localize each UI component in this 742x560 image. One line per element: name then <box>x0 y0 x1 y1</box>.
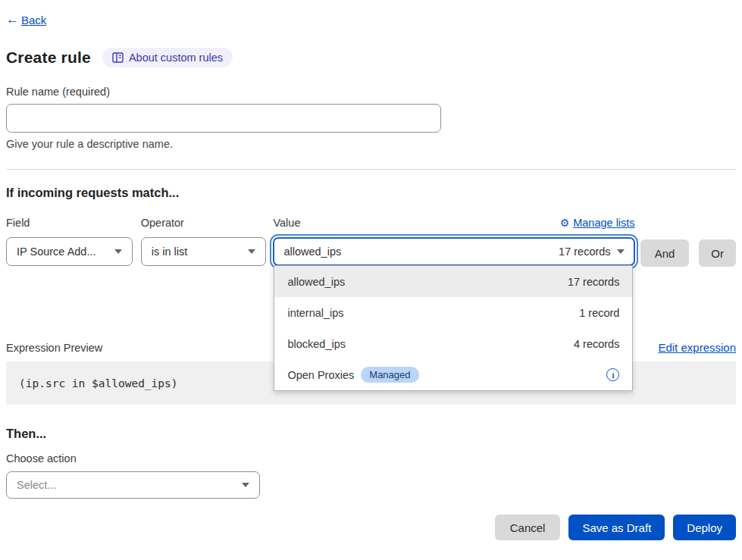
info-icon[interactable]: i <box>606 368 619 381</box>
list-name: allowed_ips <box>287 276 345 288</box>
value-select-records: 17 records <box>559 246 611 258</box>
gear-icon: ⚙ <box>560 217 570 229</box>
list-records: 4 records <box>574 338 619 350</box>
operator-select[interactable]: is in list <box>141 237 267 266</box>
value-select[interactable]: allowed_ips 17 records <box>273 237 634 266</box>
operator-column: Operator is in list <box>141 216 267 266</box>
manage-lists-link[interactable]: ⚙ Manage lists <box>560 217 635 229</box>
condition-row: Field IP Source Add... Operator is in li… <box>6 216 736 267</box>
section-divider <box>6 169 736 170</box>
about-custom-rules-link[interactable]: About custom rules <box>102 48 233 67</box>
value-dropdown-panel: allowed_ips 17 records internal_ips 1 re… <box>274 265 633 391</box>
title-row: Create rule About custom rules <box>6 48 736 67</box>
operator-select-value: is in list <box>152 246 188 258</box>
deploy-button[interactable]: Deploy <box>673 515 736 540</box>
dropdown-item-blocked-ips[interactable]: blocked_ips 4 records <box>274 328 632 359</box>
and-button[interactable]: And <box>640 239 690 267</box>
list-records: 17 records <box>568 276 620 288</box>
operator-label: Operator <box>141 217 184 229</box>
page-title: Create rule <box>6 48 91 67</box>
edit-expression-link[interactable]: Edit expression <box>658 341 736 354</box>
about-custom-rules-label: About custom rules <box>129 52 223 64</box>
dropdown-item-internal-ips[interactable]: internal_ips 1 record <box>274 297 632 328</box>
create-rule-page: ← Back Create rule About custom rules Ru… <box>0 0 742 540</box>
dropdown-item-allowed-ips[interactable]: allowed_ips 17 records <box>274 266 632 297</box>
chevron-down-icon <box>248 249 255 254</box>
chevron-down-icon <box>242 483 249 487</box>
footer-actions: Cancel Save as Draft Deploy <box>6 515 736 540</box>
list-name: Open Proxies <box>287 369 354 381</box>
save-as-draft-button[interactable]: Save as Draft <box>568 515 665 540</box>
value-select-wrap: allowed_ips 17 records allowed_ips 17 re… <box>273 230 634 266</box>
value-select-value: allowed_ips <box>283 246 341 258</box>
list-name: blocked_ips <box>287 338 346 350</box>
expression-preview-label: Expression Preview <box>6 342 102 354</box>
field-label: Field <box>6 217 30 229</box>
chevron-down-icon <box>114 249 122 254</box>
rule-name-label: Rule name (required) <box>6 86 736 98</box>
action-select[interactable]: Select... <box>6 471 260 499</box>
field-select-value: IP Source Add... <box>17 246 96 258</box>
expression-code: (ip.src in $allowed_ips) <box>19 377 178 389</box>
cancel-button[interactable]: Cancel <box>495 515 561 540</box>
field-select[interactable]: IP Source Add... <box>6 237 133 266</box>
book-icon <box>112 52 124 63</box>
list-records: 1 record <box>579 307 619 319</box>
field-column: Field IP Source Add... <box>6 216 133 266</box>
value-column: Value ⚙ Manage lists allowed_ips 17 reco… <box>273 216 634 266</box>
managed-badge: Managed <box>361 367 418 383</box>
or-button[interactable]: Or <box>699 239 736 267</box>
back-link[interactable]: ← Back <box>6 12 46 27</box>
list-name: internal_ips <box>287 307 343 319</box>
chevron-down-icon <box>617 249 625 254</box>
then-section-heading: Then... <box>6 427 736 441</box>
choose-action-label: Choose action <box>6 452 736 465</box>
andor-buttons: And Or <box>640 216 736 267</box>
rule-name-helper: Give your rule a descriptive name. <box>6 138 736 150</box>
match-section-heading: If incoming requests match... <box>6 186 736 200</box>
manage-lists-label: Manage lists <box>573 217 634 229</box>
action-select-placeholder: Select... <box>17 479 56 491</box>
dropdown-item-open-proxies[interactable]: Open Proxies Managed i <box>274 359 632 390</box>
rule-name-input[interactable] <box>6 104 441 133</box>
back-link-label: Back <box>21 14 46 27</box>
value-label: Value <box>273 217 300 229</box>
back-arrow-icon: ← <box>6 12 19 27</box>
